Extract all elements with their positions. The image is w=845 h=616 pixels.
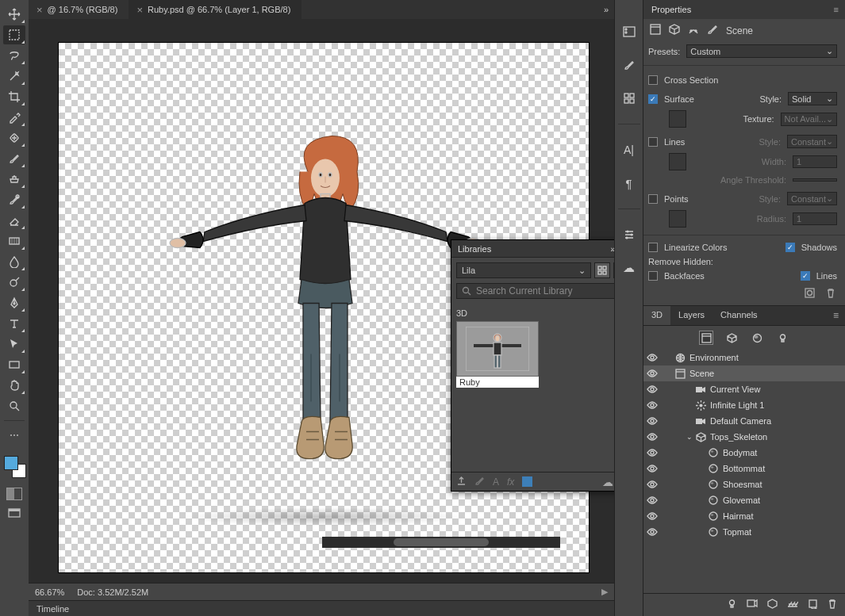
brush-panel-icon[interactable] [620, 57, 639, 73]
char-style-icon[interactable]: A [493, 476, 499, 488]
properties-header[interactable]: Properties ≡ [643, 0, 845, 19]
document-tab-0[interactable]: ×@ 16.7% (RGB/8) [29, 0, 129, 19]
zoom-tool[interactable] [3, 396, 25, 415]
visibility-icon[interactable] [643, 401, 661, 409]
clone-stamp-tool[interactable] [3, 170, 25, 189]
grid-view-button[interactable] [594, 262, 610, 278]
quickmask-toggle[interactable] [6, 488, 22, 500]
upload-icon[interactable] [456, 476, 467, 488]
brush-tool[interactable] [3, 149, 25, 168]
filter-materials[interactable] [750, 331, 764, 345]
tab-channels[interactable]: Channels [712, 306, 765, 325]
eyedropper-tool[interactable] [3, 108, 25, 127]
color-add-icon[interactable] [522, 476, 532, 487]
library-asset[interactable]: Ruby [456, 321, 539, 388]
surface-style-select[interactable]: Solid⌄ [788, 92, 837, 105]
visibility-icon[interactable] [643, 417, 661, 425]
visibility-icon[interactable] [643, 512, 661, 520]
tree-row[interactable]: Current View [643, 381, 845, 397]
status-menu-icon[interactable]: ▶ [601, 587, 608, 597]
zoom-level[interactable]: 66.67% [35, 587, 64, 597]
visibility-icon[interactable] [643, 480, 661, 488]
surface-color-swatch[interactable] [669, 110, 686, 128]
presets-select[interactable]: Custom⌄ [686, 44, 837, 58]
points-checkbox[interactable] [648, 194, 658, 204]
visibility-icon[interactable] [643, 385, 661, 393]
visibility-icon[interactable] [643, 354, 661, 362]
tree-row[interactable]: ⌄Tops_Skeleton [643, 429, 845, 445]
eraser-tool[interactable] [3, 211, 25, 230]
filter-lights[interactable] [775, 331, 789, 345]
tree-row[interactable]: Topmat [643, 524, 845, 540]
tree-row[interactable]: Hairmat [643, 508, 845, 524]
path-selection-tool[interactable] [3, 335, 25, 354]
tree-row[interactable]: Bottommat [643, 461, 845, 476]
3d-figure[interactable] [149, 117, 498, 499]
tabs-expand[interactable]: » [598, 0, 614, 19]
gradient-tool[interactable] [3, 231, 25, 251]
tree-row[interactable]: Glovemat [643, 492, 845, 508]
tab-layers[interactable]: Layers [670, 306, 712, 325]
color-swatches[interactable] [2, 454, 26, 478]
cc-libraries-icon[interactable]: ☁ [620, 260, 639, 276]
shadows-checkbox[interactable]: ✓ [785, 243, 795, 252]
tab-3d[interactable]: 3D [643, 306, 670, 325]
tree-row[interactable]: Bodymat [643, 445, 845, 461]
collapse-icon[interactable]: » [610, 244, 614, 254]
paragraph-panel-icon[interactable]: ¶ [620, 175, 639, 191]
adjustments-panel-icon[interactable] [620, 227, 639, 243]
new-mesh-icon[interactable] [767, 599, 778, 611]
points-color-swatch[interactable] [669, 210, 686, 228]
backfaces-checkbox[interactable] [648, 271, 658, 281]
magic-wand-tool[interactable] [3, 67, 25, 86]
marquee-tool[interactable] [3, 25, 25, 44]
tree-row[interactable]: Shoesmat [643, 476, 845, 492]
healing-brush-tool[interactable] [3, 128, 25, 147]
list-view-button[interactable] [613, 262, 614, 278]
surface-texture-select[interactable]: Not Avail...⌄ [781, 113, 837, 126]
lines-color-swatch[interactable] [669, 153, 686, 170]
visibility-icon[interactable] [643, 465, 661, 473]
filter-scene[interactable] [699, 331, 713, 345]
library-selector[interactable]: Lila⌄ [456, 262, 591, 278]
linearize-checkbox[interactable] [648, 243, 658, 252]
doc-size[interactable]: Doc: 3.52M/2.52M [77, 587, 148, 597]
hidden-lines-checkbox[interactable]: ✓ [801, 271, 810, 281]
tree-row[interactable]: Default Camera [643, 413, 845, 429]
type-tool[interactable] [3, 314, 25, 333]
new-camera-icon[interactable] [747, 599, 758, 611]
filter-meshes[interactable] [724, 331, 739, 345]
move-tool[interactable] [3, 5, 25, 24]
library-search[interactable]: Search Current Library ⌄ [456, 283, 614, 299]
cloud-icon[interactable]: ☁ [602, 476, 613, 488]
document-tab-1[interactable]: ×Ruby.psd @ 66.7% (Layer 1, RGB/8) [129, 0, 302, 19]
visibility-icon[interactable] [643, 369, 661, 377]
visibility-icon[interactable] [643, 496, 661, 504]
new-light-icon[interactable] [727, 599, 737, 611]
history-panel-icon[interactable] [620, 24, 639, 40]
horizontal-scrollbar[interactable] [322, 537, 560, 548]
ground-plane-icon[interactable] [787, 599, 798, 611]
timeline-panel[interactable]: Timeline [29, 600, 614, 616]
trash-icon[interactable] [828, 599, 837, 611]
tree-row[interactable]: Infinite Light 1 [643, 397, 845, 413]
visibility-icon[interactable] [643, 449, 661, 457]
brush-add-icon[interactable] [474, 476, 485, 488]
cross-section-checkbox[interactable] [648, 75, 658, 85]
render-icon[interactable] [805, 288, 815, 300]
hand-tool[interactable] [3, 376, 25, 395]
lines-checkbox[interactable] [648, 137, 658, 147]
chevron-down-icon[interactable]: ⌄ [686, 433, 694, 441]
surface-checkbox[interactable]: ✓ [648, 94, 658, 104]
dodge-tool[interactable] [3, 273, 25, 292]
canvas-area[interactable]: Libraries » ≡ Lila⌄ Search Current Libra… [29, 19, 614, 583]
pen-tool[interactable] [3, 293, 25, 312]
foreground-swatch[interactable] [4, 456, 18, 470]
tree-row[interactable]: Scene [643, 365, 845, 381]
crop-tool[interactable] [3, 87, 25, 106]
tree-row[interactable]: Environment [643, 350, 845, 365]
layer-style-icon[interactable]: fx [507, 476, 514, 488]
libraries-titlebar[interactable]: Libraries » ≡ [451, 240, 614, 258]
close-icon[interactable]: × [136, 4, 143, 16]
rectangle-tool[interactable] [3, 355, 25, 374]
